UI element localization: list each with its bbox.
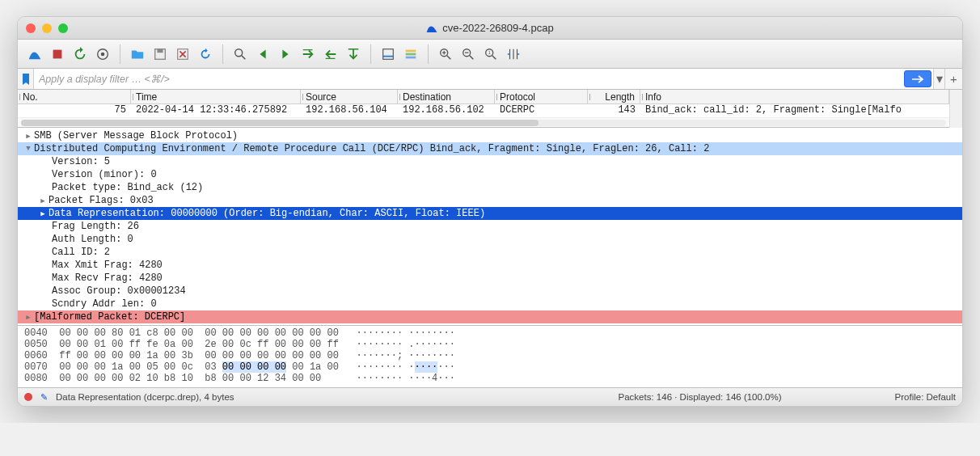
titlebar: cve-2022-26809-4.pcap [18, 17, 962, 40]
svg-rect-4 [157, 49, 163, 52]
svg-line-17 [447, 55, 451, 59]
svg-rect-0 [53, 49, 62, 58]
first-icon[interactable] [320, 44, 341, 65]
filter-dropdown-icon[interactable]: ▾ [933, 69, 944, 89]
tree-label: Version (minor): 0 [52, 169, 157, 180]
packet-bytes-pane[interactable]: 0040 00 00 00 80 01 c8 00 00 00 00 00 00… [18, 326, 962, 388]
colorize-icon[interactable] [400, 44, 421, 65]
col-header-info[interactable]: Info [640, 90, 949, 103]
goto-icon[interactable] [298, 44, 319, 65]
tree-label: SMB (Server Message Block Protocol) [34, 130, 238, 141]
stop-icon[interactable] [47, 44, 68, 65]
cell-length: 143 [588, 104, 640, 117]
tree-label: [Malformed Packet: DCERPC] [34, 311, 185, 323]
edit-icon[interactable]: ✎ [40, 392, 48, 403]
display-filter-bar: ▾ + [18, 69, 962, 90]
tree-label: Max Recv Frag: 4280 [52, 272, 163, 284]
cell-protocol: DCERPC [495, 104, 588, 117]
tree-item[interactable]: Max Recv Frag: 4280 [18, 272, 962, 285]
zoom-out-icon[interactable] [458, 44, 479, 65]
col-header-source[interactable]: Source [301, 90, 398, 103]
auto-scroll-icon[interactable] [378, 44, 399, 65]
close-file-icon[interactable] [172, 44, 193, 65]
tree-label: Call ID: 2 [52, 247, 110, 258]
status-bar: ✎ Data Representation (dcerpc.drep), 4 b… [18, 388, 962, 406]
resize-columns-icon[interactable] [503, 44, 524, 65]
svg-rect-11 [383, 49, 394, 59]
tree-item[interactable]: ▼Distributed Computing Environment / Rem… [18, 142, 962, 155]
packet-details-pane: ▶SMB (Server Message Block Protocol) ▼Di… [18, 128, 962, 326]
svg-rect-14 [406, 53, 416, 55]
cell-no: 75 [18, 104, 131, 117]
packet-list-vscroll[interactable] [949, 90, 962, 128]
tree-item[interactable]: Call ID: 2 [18, 246, 962, 259]
cell-source: 192.168.56.104 [301, 104, 398, 117]
tree-item[interactable]: Scndry Addr len: 0 [18, 298, 962, 310]
cell-info: Bind_ack: call_id: 2, Fragment: Single[M… [640, 104, 949, 117]
svg-text:1: 1 [488, 50, 491, 55]
shark-fin-icon[interactable] [24, 44, 45, 65]
packet-list-hscroll[interactable] [18, 117, 949, 127]
tree-label: Max Xmit Frag: 4280 [52, 260, 163, 271]
apply-filter-button[interactable] [904, 70, 931, 87]
tree-item[interactable]: ▶Packet Flags: 0x03 [18, 194, 962, 207]
display-filter-input[interactable] [34, 69, 902, 89]
tree-label: Data Representation: 00000000 (Order: Bi… [49, 208, 485, 219]
col-header-no[interactable]: No. [18, 90, 131, 103]
tree-item-selected[interactable]: ▶Data Representation: 00000000 (Order: B… [18, 207, 962, 220]
find-icon[interactable] [230, 44, 251, 65]
expand-icon[interactable]: ▶ [23, 313, 34, 322]
packet-row[interactable]: 75 2022-04-14 12:33:46.275892 192.168.56… [18, 104, 949, 117]
last-icon[interactable] [343, 44, 364, 65]
zoom-reset-icon[interactable]: 1 [480, 44, 501, 65]
svg-point-6 [235, 49, 243, 56]
col-header-protocol[interactable]: Protocol [495, 90, 588, 103]
save-icon[interactable] [150, 44, 171, 65]
tree-label: Scndry Addr len: 0 [52, 298, 157, 310]
expand-icon[interactable]: ▶ [23, 132, 34, 141]
status-profile[interactable]: Profile: Default [895, 392, 956, 402]
restart-icon[interactable] [70, 44, 91, 65]
wireshark-icon [426, 23, 437, 34]
expand-icon[interactable]: ▶ [37, 196, 49, 205]
tree-item[interactable]: Max Xmit Frag: 4280 [18, 259, 962, 272]
collapse-icon[interactable]: ▼ [23, 145, 34, 153]
tree-item[interactable]: Assoc Group: 0x00001234 [18, 285, 962, 298]
tree-item-malformed[interactable]: ▶[Malformed Packet: DCERPC] [18, 310, 962, 323]
status-field: Data Representation (dcerpc.drep), 4 byt… [56, 392, 234, 402]
options-icon[interactable] [92, 44, 113, 65]
tree-label: Assoc Group: 0x00001234 [52, 285, 186, 297]
packet-list-pane: No. Time Source Destination Protocol Len… [18, 90, 949, 128]
status-packets: Packets: 146 · Displayed: 146 (100.0%) [619, 392, 782, 402]
tree-label: Packet Flags: 0x03 [49, 195, 154, 206]
col-header-destination[interactable]: Destination [398, 90, 495, 103]
col-header-length[interactable]: Length [588, 90, 640, 103]
expand-icon[interactable]: ▶ [37, 209, 49, 218]
tree-item[interactable]: Packet type: Bind_ack (12) [18, 181, 962, 194]
svg-point-2 [101, 52, 105, 56]
expert-info-icon[interactable] [24, 393, 32, 401]
open-icon[interactable] [127, 44, 148, 65]
add-filter-button[interactable]: + [944, 69, 962, 89]
tree-item[interactable]: Auth Length: 0 [18, 233, 962, 246]
tree-item[interactable]: Frag Length: 26 [18, 220, 962, 233]
tree-label: Distributed Computing Environment / Remo… [34, 143, 709, 154]
tree-label: Packet type: Bind_ack (12) [52, 182, 203, 193]
prev-icon[interactable] [252, 44, 273, 65]
next-icon[interactable] [275, 44, 296, 65]
window-title: cve-2022-26809-4.pcap [18, 22, 962, 34]
svg-rect-13 [406, 49, 416, 52]
tree-item[interactable]: Version: 5 [18, 155, 962, 168]
main-toolbar: 1 [18, 40, 962, 69]
reload-icon[interactable] [195, 44, 216, 65]
packet-list-header: No. Time Source Destination Protocol Len… [18, 90, 949, 104]
tree-item[interactable]: ▶SMB (Server Message Block Protocol) [18, 129, 962, 142]
tree-label: Frag Length: 26 [52, 221, 139, 232]
tree-item[interactable]: Version (minor): 0 [18, 168, 962, 181]
zoom-in-icon[interactable] [435, 44, 456, 65]
window-title-text: cve-2022-26809-4.pcap [442, 22, 553, 34]
bookmark-icon[interactable] [18, 69, 34, 89]
col-header-time[interactable]: Time [131, 90, 301, 103]
svg-line-7 [242, 55, 246, 59]
svg-line-21 [470, 55, 474, 59]
